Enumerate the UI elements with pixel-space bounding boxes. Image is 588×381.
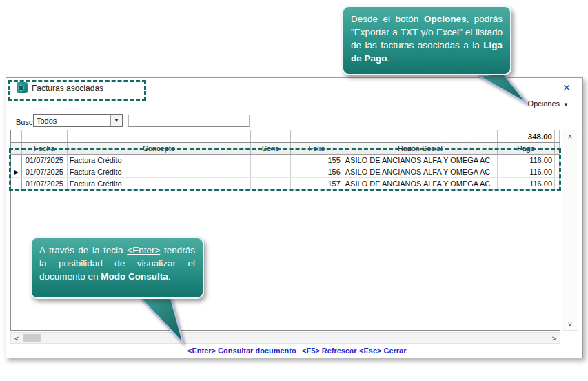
- totals-serie: [251, 130, 291, 142]
- cell-razon: ASILO DE ANCIANOS ALFA Y OMEGA AC: [343, 178, 498, 189]
- shortcut-enter-consultar[interactable]: <Enter> Consultar documento: [187, 346, 296, 355]
- cell-concepto: Factura Crédito: [68, 178, 251, 189]
- cell-fecha: 01/07/2025: [22, 178, 68, 189]
- callout-enter-key: A través de la tecla <Enter> tendrás la …: [30, 237, 204, 299]
- column-header-folio: Folio: [291, 143, 343, 154]
- totals-selector-cell: [11, 130, 22, 142]
- table-row[interactable]: 01/07/2025Factura Crédito155ASILO DE ANC…: [11, 155, 560, 166]
- totals-concepto: [68, 130, 251, 142]
- totals-pago: 348.00: [498, 130, 555, 142]
- column-header-serie: Serie: [251, 143, 291, 154]
- row-filler: [555, 178, 560, 189]
- row-filler: [555, 155, 560, 166]
- search-filter-value: Todos: [37, 117, 57, 125]
- header-selector-cell: [11, 143, 22, 154]
- row-selector-cell: [11, 178, 22, 189]
- app-icon: [17, 82, 28, 93]
- row-selector-cell: [11, 155, 22, 166]
- cell-pago: 116.00: [498, 166, 555, 177]
- facturas-asociadas-window: Facturas asociadas ✕ Opciones▼ Buscar: T…: [6, 77, 583, 358]
- scroll-left-icon[interactable]: <: [14, 333, 19, 343]
- header-filler: [555, 143, 560, 154]
- scroll-down-icon[interactable]: ∨: [562, 320, 578, 328]
- cell-fecha: 01/07/2025: [22, 166, 68, 177]
- totals-fecha: [22, 130, 68, 142]
- totals-razon: [343, 130, 498, 142]
- column-header-fecha: Fecha: [22, 143, 68, 154]
- table-row[interactable]: 01/07/2025Factura Crédito157ASILO DE ANC…: [11, 178, 560, 190]
- cell-folio: 155: [291, 155, 343, 166]
- column-header-concepto: Concepto: [68, 143, 251, 154]
- totals-folio: [291, 130, 343, 142]
- table-header-row: FechaConceptoSerieFolioRazón SocialPago: [11, 143, 560, 155]
- shortcut-esc-cerrar[interactable]: <Esc> Cerrar: [359, 346, 407, 355]
- invoices-grid[interactable]: 348.00 FechaConceptoSerieFolioRazón Soci…: [10, 130, 560, 331]
- table-row[interactable]: ▶01/07/2025Factura Crédito156ASILO DE AN…: [11, 166, 560, 178]
- search-input[interactable]: [128, 115, 250, 127]
- vertical-scrollbar[interactable]: ∧ ∨: [562, 130, 578, 331]
- current-row-pointer-icon: ▶: [11, 166, 22, 177]
- totals-filler: [555, 130, 560, 142]
- shortcut-f5-refrescar[interactable]: <F5> Refrescar: [302, 346, 357, 355]
- window-title: Facturas asociadas: [32, 84, 103, 93]
- callout-options: Desde el botón Opciones, podrás "Exporta…: [342, 6, 511, 75]
- cell-pago: 116.00: [498, 155, 555, 166]
- cell-serie: [251, 166, 291, 177]
- totals-row: 348.00: [11, 130, 560, 143]
- scroll-right-icon[interactable]: >: [552, 333, 556, 343]
- search-filter-dropdown[interactable]: Todos ▼: [33, 114, 123, 127]
- grid-body: 01/07/2025Factura Crédito155ASILO DE ANC…: [11, 155, 560, 190]
- dropdown-arrow-icon[interactable]: ▼: [110, 115, 122, 126]
- chevron-down-icon: ▼: [563, 101, 569, 108]
- scroll-up-icon[interactable]: ∧: [562, 133, 578, 140]
- cell-razon: ASILO DE ANCIANOS ALFA Y OMEGA AC: [343, 166, 498, 177]
- horizontal-scrollbar[interactable]: < >: [10, 332, 560, 344]
- row-filler: [555, 166, 560, 177]
- cell-fecha: 01/07/2025: [22, 155, 68, 166]
- column-header-razon: Razón Social: [343, 143, 498, 154]
- callout-tail-bottom: [135, 293, 194, 346]
- cell-serie: [251, 155, 291, 166]
- scrollbar-thumb[interactable]: [23, 334, 41, 342]
- column-header-pago: Pago: [498, 143, 555, 154]
- cell-serie: [251, 178, 291, 189]
- cell-concepto: Factura Crédito: [68, 166, 251, 177]
- cell-folio: 156: [291, 166, 343, 177]
- cell-folio: 157: [291, 178, 343, 189]
- close-icon[interactable]: ✕: [560, 81, 573, 94]
- coin-icon: [18, 85, 24, 91]
- cell-razon: ASILO DE ANCIANOS ALFA Y OMEGA AC: [343, 155, 498, 166]
- cell-pago: 116.00: [498, 178, 555, 189]
- cell-concepto: Factura Crédito: [68, 155, 251, 166]
